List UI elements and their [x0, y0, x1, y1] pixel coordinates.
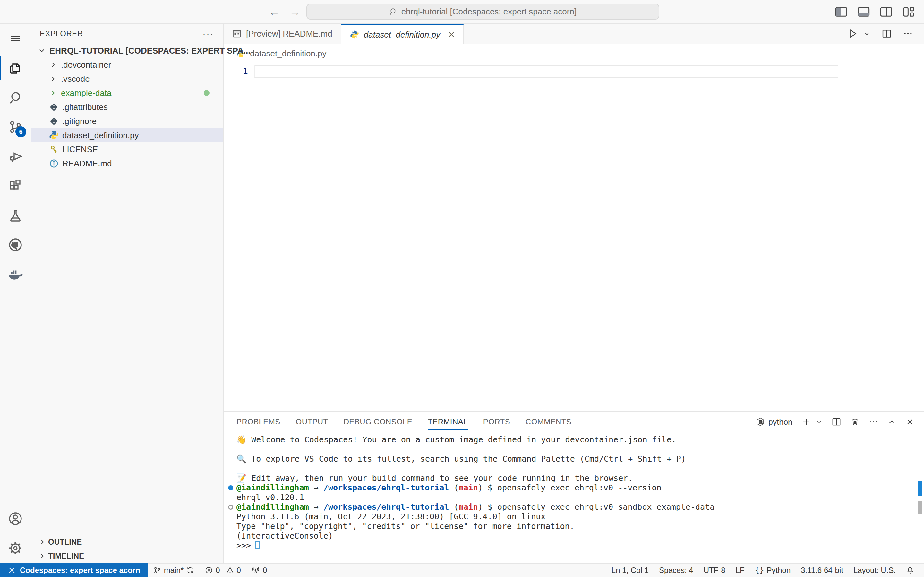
history-back-icon[interactable]: ←: [269, 6, 280, 18]
tree-item-license[interactable]: LICENSE: [31, 142, 223, 156]
eol-status[interactable]: LF: [730, 563, 750, 577]
indentation-status[interactable]: Spaces: 4: [654, 563, 698, 577]
panel-tab-comments[interactable]: COMMENTS: [525, 412, 572, 432]
explorer-icon[interactable]: [0, 53, 31, 83]
command-center[interactable]: ehrql-tutorial [Codespaces: expert space…: [306, 3, 659, 19]
tree-item-dataset-definition[interactable]: dataset_definition.py: [31, 128, 223, 142]
language-mode-status[interactable]: {} Python: [750, 563, 796, 577]
tree-item-readme[interactable]: README.md: [31, 156, 223, 171]
tab-dataset-definition[interactable]: dataset_definition.py ✕: [341, 24, 464, 44]
chevron-right-icon: [47, 89, 59, 97]
new-terminal-icon[interactable]: [801, 417, 811, 427]
warning-icon: [226, 566, 234, 574]
encoding-status[interactable]: UTF-8: [698, 563, 730, 577]
source-control-icon[interactable]: 6: [0, 112, 31, 142]
notifications-bell[interactable]: [901, 563, 919, 577]
terminal-line: 🔍 To explore VS Code to its fullest, sea…: [236, 454, 924, 464]
keyboard-layout-status[interactable]: Layout: U.S.: [848, 563, 901, 577]
radio-tower-icon: [251, 566, 260, 575]
run-debug-icon[interactable]: [0, 142, 31, 171]
bottom-panel: PROBLEMS OUTPUT DEBUG CONSOLE TERMINAL P…: [224, 411, 924, 563]
run-dropdown-chevron-icon[interactable]: [863, 30, 871, 37]
search-icon: [389, 7, 397, 16]
panel-tab-output[interactable]: OUTPUT: [296, 412, 328, 432]
titlebar: ← → ehrql-tutorial [Codespaces: expert s…: [0, 0, 924, 24]
close-panel-icon[interactable]: [905, 417, 914, 426]
chevron-down-icon: [36, 47, 47, 55]
tree-item-example-data[interactable]: example-data: [31, 86, 223, 100]
toggle-secondary-sidebar-icon[interactable]: [880, 6, 893, 17]
python-interpreter-status[interactable]: 3.11.6 64-bit: [796, 563, 848, 577]
forwarded-ports-status[interactable]: 0: [246, 563, 272, 577]
tree-item-gitignore[interactable]: .gitignore: [31, 114, 223, 128]
breadcrumb[interactable]: dataset_definition.py: [224, 44, 924, 63]
outline-section[interactable]: OUTLINE: [31, 535, 223, 549]
scm-badge: 6: [15, 126, 26, 137]
panel-tab-ports[interactable]: PORTS: [483, 412, 510, 432]
editor-more-actions-icon[interactable]: [903, 29, 913, 39]
remote-icon: [8, 566, 16, 574]
split-terminal-icon[interactable]: [832, 417, 841, 427]
close-tab-icon[interactable]: ✕: [448, 30, 455, 40]
panel-tab-problems[interactable]: PROBLEMS: [236, 412, 280, 432]
extensions-icon[interactable]: [0, 171, 31, 201]
explorer-more-actions-icon[interactable]: ···: [202, 28, 214, 39]
terminal-output[interactable]: 👋 Welcome to Codespaces! You are on a cu…: [224, 432, 924, 563]
toggle-sidebar-icon[interactable]: [835, 6, 848, 17]
split-editor-icon[interactable]: [882, 29, 892, 39]
code-editor[interactable]: 1: [224, 63, 924, 411]
tree-item-devcontainer[interactable]: .devcontainer: [31, 58, 223, 72]
maximize-panel-icon[interactable]: [887, 417, 897, 426]
tab-readme-preview[interactable]: [Preview] README.md: [224, 24, 341, 44]
remote-indicator[interactable]: Codespaces: expert space acorn: [0, 563, 148, 577]
menu-icon[interactable]: [0, 24, 31, 53]
chevron-right-icon: [47, 75, 59, 83]
accounts-icon[interactable]: [0, 504, 31, 533]
chevron-right-icon: [37, 552, 48, 560]
branch-icon: [153, 566, 162, 574]
timeline-section[interactable]: TIMELINE: [31, 549, 223, 563]
key-icon: [47, 145, 60, 154]
window-title: ehrql-tutorial [Codespaces: expert space…: [401, 7, 577, 17]
search-sidebar-icon[interactable]: [0, 83, 31, 112]
git-modified-dot: [204, 90, 210, 96]
github-icon[interactable]: [0, 230, 31, 259]
terminal-scroll-command-decoration[interactable]: [918, 481, 922, 496]
panel-tab-terminal[interactable]: TERMINAL: [428, 412, 468, 432]
terminal-shell-selector[interactable]: $_ python: [756, 417, 792, 427]
panel-more-actions-icon[interactable]: [869, 417, 879, 427]
cursor-position-status[interactable]: Ln 1, Col 1: [606, 563, 654, 577]
explorer-sidebar: EXPLORER ··· EHRQL-TUTORIAL [CODESPACES:…: [31, 24, 224, 563]
bell-icon: [906, 566, 914, 574]
test-flask-icon[interactable]: [0, 201, 31, 230]
current-line-highlight: [254, 65, 838, 77]
tree-item-vscode[interactable]: .vscode: [31, 72, 223, 86]
braces-icon: {}: [755, 566, 764, 575]
python-file-icon: [47, 130, 60, 140]
git-branch-status[interactable]: main*: [148, 563, 200, 577]
problems-status[interactable]: 0 0: [200, 563, 246, 577]
svg-text:$_: $_: [759, 421, 763, 424]
terminal-scrollbar-thumb[interactable]: [918, 501, 922, 514]
command-success-dot: [228, 485, 233, 490]
terminal-repl-line: >>>: [236, 541, 924, 550]
editor-tabs: [Preview] README.md dataset_definition.p…: [224, 24, 924, 44]
python-file-icon: [350, 30, 359, 39]
terminal-dropdown-chevron-icon[interactable]: [816, 418, 822, 425]
markdown-preview-icon: [232, 29, 242, 39]
run-file-icon[interactable]: [848, 29, 858, 39]
toggle-panel-icon[interactable]: [857, 6, 870, 17]
chevron-right-icon: [47, 61, 59, 69]
tree-item-gitattributes[interactable]: .gitattributes: [31, 100, 223, 114]
panel-tab-debug-console[interactable]: DEBUG CONSOLE: [344, 412, 413, 432]
customize-layout-icon[interactable]: [902, 6, 915, 17]
history-forward-icon[interactable]: →: [289, 6, 300, 18]
git-file-icon: [47, 102, 60, 112]
status-bar: Codespaces: expert space acorn main* 0 0: [0, 563, 924, 577]
kill-terminal-icon[interactable]: [850, 417, 860, 427]
error-icon: [205, 566, 213, 574]
tree-root[interactable]: EHRQL-TUTORIAL [CODESPACES: EXPERT SPA..…: [31, 44, 223, 58]
info-icon: [47, 159, 60, 168]
settings-gear-icon[interactable]: [0, 533, 31, 563]
docker-icon[interactable]: [0, 259, 31, 289]
